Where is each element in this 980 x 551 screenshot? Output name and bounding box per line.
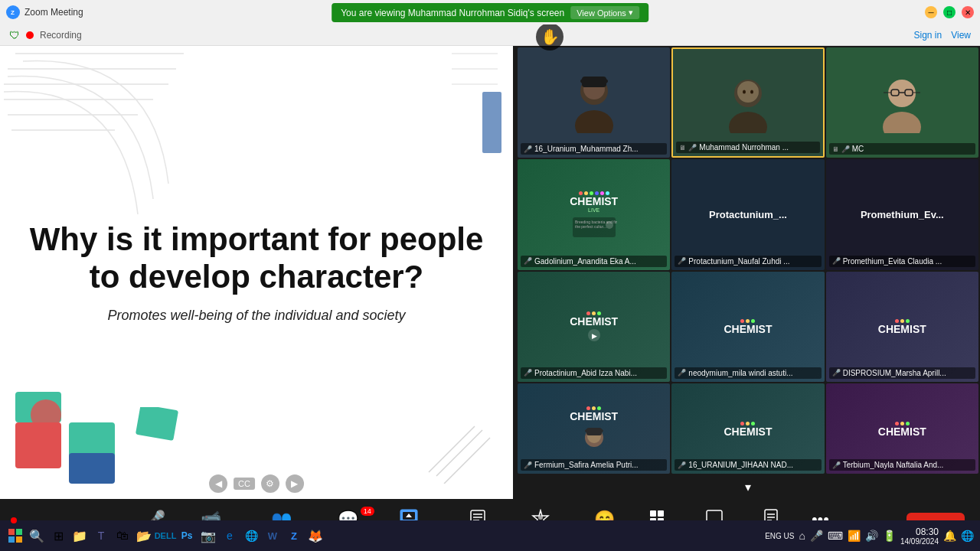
- start-button[interactable]: [6, 527, 24, 545]
- show-more-participants-button[interactable]: ▾: [516, 475, 980, 499]
- explorer-button[interactable]: 📂: [135, 527, 153, 545]
- screen-icon: 🖥: [679, 144, 686, 152]
- mic-icon: 🎤: [688, 144, 697, 152]
- svg-point-16: [31, 399, 61, 430]
- chemist-slide-title: CHEMIST: [570, 410, 618, 422]
- participant-text-tile: Protactunium_...: [671, 159, 824, 269]
- participants-grid-bottom: CHEMIST 🎤 Fermium_Safira Amelia Putri...: [516, 383, 980, 475]
- chemist-slide-title: CHEMIST: [878, 425, 926, 438]
- screen-share-panel: Why is it important for people to develo…: [0, 46, 513, 499]
- mic-icon: 🎤: [832, 257, 841, 265]
- taskbar-language: ENG US: [765, 532, 794, 540]
- notification-text: You are viewing Muhammad Nurrohman Sidiq…: [341, 8, 564, 18]
- main-content: Why is it important for people to develo…: [0, 46, 980, 499]
- svg-rect-11: [482, 92, 501, 153]
- word-button[interactable]: W: [263, 527, 282, 545]
- participant-video: [673, 49, 822, 156]
- recording-bar: 🛡 Recording Sign in View: [0, 24, 980, 46]
- mic-icon: 🎤: [841, 145, 850, 153]
- svg-rect-59: [650, 510, 656, 517]
- teams-button[interactable]: T: [92, 527, 110, 545]
- participant-name: 🎤 Fermium_Safira Amelia Putri...: [521, 459, 667, 471]
- participant-name: 🎤 Gadolinium_Anandita Eka A...: [521, 256, 667, 267]
- participant-tile[interactable]: Promethium_Ev... 🎤 Promethium_Evita Clau…: [826, 159, 978, 269]
- participant-name: 🎤 16_Uranium_Muhammad Zh...: [521, 143, 667, 155]
- clock: 08:30 14/09/2024: [900, 527, 939, 546]
- chemist-slide-title: CHEMIST: [724, 425, 772, 438]
- participant-name: 🎤 Protactunium_Naufal Zuhdi ...: [675, 256, 821, 267]
- store-button[interactable]: 🛍: [113, 527, 132, 545]
- window-controls: ─ □ ✕: [925, 6, 974, 18]
- participant-tile[interactable]: CHEMIST 🎤 16_URANIUM_JIHAAN NAD...: [671, 383, 824, 474]
- svg-rect-47: [586, 428, 602, 435]
- firefox-button[interactable]: 🦊: [306, 527, 325, 545]
- svg-line-20: [429, 426, 475, 472]
- close-button[interactable]: ✕: [962, 6, 974, 18]
- photoshop-button[interactable]: Ps: [178, 527, 196, 545]
- svg-text:Z: Z: [11, 9, 15, 16]
- security-icon: 🛡: [9, 29, 20, 41]
- deco-bottom-right: [421, 422, 498, 484]
- svg-rect-60: [658, 510, 664, 517]
- svg-point-32: [883, 112, 921, 133]
- chemist-slide-title: CHEMIST: [570, 315, 618, 328]
- task-view-button[interactable]: ⊞: [49, 527, 67, 545]
- minimize-button[interactable]: ─: [925, 6, 937, 18]
- participant-name: 🖥 🎤 MC: [829, 143, 975, 155]
- participant-tile[interactable]: 🎤 16_Uranium_Muhammad Zh...: [518, 47, 670, 158]
- edge-button[interactable]: e: [220, 527, 239, 545]
- notification-center-icon[interactable]: 🔔: [943, 530, 956, 542]
- svg-text:the perfect cultur...: the perfect cultur...: [575, 224, 606, 229]
- svg-rect-72: [8, 536, 15, 543]
- view-button[interactable]: View: [951, 30, 971, 41]
- battery-icon: 🔋: [883, 530, 896, 542]
- svg-point-29: [743, 90, 746, 94]
- chrome-button[interactable]: 🌐: [242, 527, 260, 545]
- slide-cc-button[interactable]: CC: [234, 478, 255, 490]
- svg-text:▶: ▶: [592, 332, 597, 340]
- chemist-slide-title: CHEMIST: [724, 323, 772, 335]
- mic-icon: 🎤: [832, 369, 841, 377]
- participant-tile-active[interactable]: 🖥 🎤 Muhammad Nurrohman ...: [671, 47, 824, 158]
- participants-grid: 🎤 16_Uranium_Muhammad Zh...: [516, 46, 980, 383]
- speaker-icon: 🔊: [865, 530, 878, 542]
- participant-slide: CHEMIST: [826, 272, 978, 382]
- svg-point-27: [729, 112, 767, 133]
- participant-tile[interactable]: Protactunium_... 🎤 Protactunium_Naufal Z…: [671, 159, 824, 269]
- participant-tile[interactable]: CHEMIST LIVE Breeding bacteria and findi…: [518, 159, 670, 269]
- participant-tile[interactable]: CHEMIST 🎤 neodymium_mila windi astuti...: [671, 272, 824, 382]
- view-options-button[interactable]: View Options ▾: [570, 6, 639, 19]
- slide-settings-button[interactable]: ⚙: [261, 474, 279, 493]
- chemist-slide-subtitle: LIVE: [588, 207, 599, 213]
- camera-button[interactable]: 📷: [199, 527, 217, 545]
- participant-name: 🖥 🎤 Muhammad Nurrohman ...: [676, 142, 819, 153]
- participant-tile[interactable]: CHEMIST 🎤 Fermium_Safira Amelia Putri...: [518, 383, 670, 474]
- svg-point-31: [888, 80, 916, 107]
- keyboard-icon: ⌨: [828, 530, 843, 542]
- topbar-right-buttons: Sign in View: [914, 30, 972, 41]
- participant-video: [518, 47, 670, 158]
- svg-rect-25: [582, 77, 606, 87]
- participant-name: 🎤 16_URANIUM_JIHAAN NAD...: [675, 459, 821, 471]
- maximize-button[interactable]: □: [943, 6, 956, 18]
- slide-navigation: ◀ CC ⚙ ▶: [209, 474, 304, 493]
- participant-video: [826, 47, 978, 158]
- zoom-taskbar-button[interactable]: Z: [285, 527, 303, 545]
- participant-tile[interactable]: 🖥 🎤 MC: [826, 47, 978, 158]
- participant-tile[interactable]: CHEMIST 🎤 Terbium_Nayla Naftalia And...: [826, 383, 978, 474]
- mic-icon: 🎤: [524, 145, 532, 153]
- file-explorer-button[interactable]: 📁: [70, 527, 89, 545]
- decorative-shapes: [15, 392, 138, 484]
- notification-dot: [11, 517, 17, 523]
- sign-in-button[interactable]: Sign in: [914, 30, 942, 41]
- zoom-icon: Z: [6, 5, 20, 19]
- participant-tile[interactable]: CHEMIST 🎤 DISPROSIUM_Marsha Aprill...: [826, 272, 978, 382]
- participant-tile[interactable]: CHEMIST ▶ 🎤 Protactinium_Abid Izza Nabi.…: [518, 272, 670, 382]
- deco-lines-topleft: [0, 46, 191, 214]
- chemist-slide-title: CHEMIST: [878, 323, 926, 335]
- slide-next-button[interactable]: ▶: [286, 474, 304, 493]
- dell-button[interactable]: DELL: [156, 527, 175, 545]
- search-button[interactable]: 🔍: [28, 527, 46, 545]
- slide-prev-button[interactable]: ◀: [209, 474, 227, 493]
- screen-share-notification: You are viewing Muhammad Nurrohman Sidiq…: [332, 3, 648, 22]
